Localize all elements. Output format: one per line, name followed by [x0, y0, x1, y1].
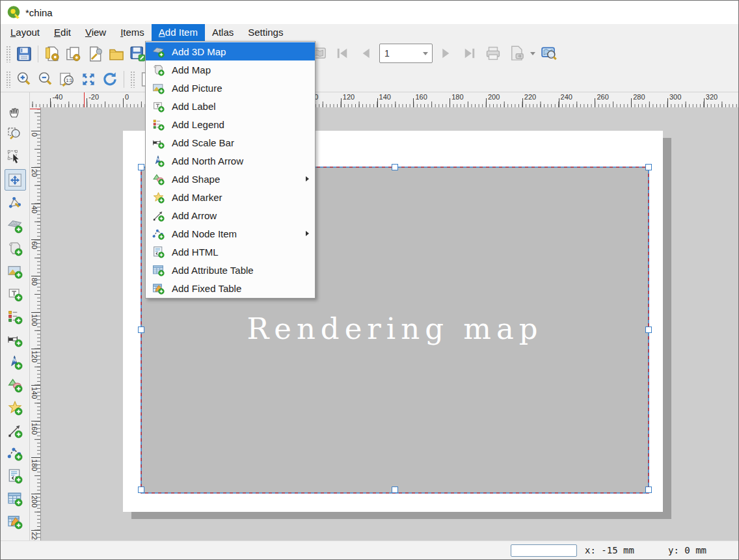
add-scale-bar-tool-button[interactable]	[5, 328, 26, 350]
add-legend-tool-button[interactable]	[5, 306, 26, 327]
refresh-view-button[interactable]	[100, 70, 120, 89]
ruler-cursor-marker-x	[84, 92, 85, 107]
menu-item-add-3d-map[interactable]: Add 3D Map	[146, 42, 315, 60]
add-map-tool-button[interactable]	[5, 237, 26, 259]
zoom-out-button[interactable]	[36, 70, 55, 89]
edit-nodes-tool-button[interactable]	[5, 192, 26, 213]
menu-item-add-html[interactable]: Add HTML	[146, 243, 315, 261]
atlas-previous-feature-button-disabled[interactable]	[356, 44, 375, 63]
svg-text:N: N	[13, 357, 16, 362]
add-shape-tool-button[interactable]	[5, 374, 26, 395]
resize-handle-middle-left[interactable]	[138, 327, 144, 333]
add-legend-icon	[152, 118, 165, 131]
menu-item-add-picture[interactable]: Add Picture	[146, 79, 315, 97]
zoom-tool-button[interactable]	[5, 124, 26, 145]
resize-handle-top-right[interactable]	[645, 164, 652, 170]
zoom-in-button[interactable]	[14, 70, 34, 89]
ruler-cursor-marker-y	[30, 109, 40, 109]
menubar: Layout Edit View Items Add Item Atlas Se…	[1, 24, 738, 41]
print-atlas-button-disabled[interactable]	[483, 44, 503, 63]
atlas-next-feature-button-disabled[interactable]	[437, 44, 456, 63]
qgis-logo-icon	[7, 5, 21, 20]
menu-layout[interactable]: Layout	[3, 24, 47, 41]
toolbar-drag-handle[interactable]	[6, 71, 10, 88]
combobox-caret-button[interactable]	[419, 52, 432, 55]
resize-handle-top-middle[interactable]	[392, 164, 398, 170]
atlas-last-feature-button-disabled[interactable]	[460, 44, 479, 63]
menu-atlas[interactable]: Atlas	[205, 24, 241, 41]
add-3d-map-tool-button[interactable]	[5, 215, 26, 236]
duplicate-layout-button[interactable]	[64, 44, 83, 64]
menu-item-add-node-item[interactable]: Add Node Item	[146, 224, 315, 243]
hruler-label: 120	[343, 93, 355, 101]
menu-items[interactable]: Items	[113, 24, 152, 41]
select-move-item-tool-button[interactable]	[5, 146, 26, 168]
resize-handle-middle-right[interactable]	[645, 327, 652, 333]
add-item-dropdown-menu: Add 3D Map Add Map Add Picture Add Label…	[145, 41, 316, 299]
add-arrow-tool-button[interactable]	[5, 420, 26, 441]
export-atlas-dropdown-caret[interactable]	[530, 52, 535, 55]
menu-item-add-attribute-table[interactable]: Add Attribute Table	[146, 261, 315, 279]
add-node-item-icon	[152, 227, 165, 240]
menu-item-add-fixed-table[interactable]: Add Fixed Table	[146, 279, 315, 297]
export-atlas-button-disabled[interactable]	[507, 44, 526, 63]
add-fixed-table-icon	[152, 282, 165, 295]
vruler-label: 60	[31, 241, 38, 249]
add-html-tool-button[interactable]	[5, 465, 26, 487]
vertical-ruler[interactable]: 020406080100120140160180200220	[30, 107, 41, 542]
horizontal-ruler[interactable]: -40-200100120140160180200220240260280300…	[30, 92, 739, 108]
add-fixed-table-tool-button[interactable]	[5, 511, 26, 532]
toolbar-separator	[124, 71, 124, 88]
add-attribute-table-tool-button[interactable]	[5, 488, 26, 509]
vruler-label: 160	[31, 423, 38, 434]
menu-add-item[interactable]: Add Item	[152, 24, 205, 41]
add-html-icon	[152, 245, 165, 258]
add-picture-tool-button[interactable]	[5, 260, 26, 282]
add-marker-tool-button[interactable]	[5, 397, 26, 418]
menu-item-add-marker[interactable]: Add Marker	[146, 188, 315, 206]
hruler-label: 0	[125, 93, 129, 101]
resize-handle-bottom-middle[interactable]	[392, 487, 398, 493]
menu-item-add-legend[interactable]: Add Legend	[146, 115, 315, 133]
menu-item-add-north-arrow[interactable]: N Add North Arrow	[146, 152, 315, 170]
add-marker-icon	[152, 191, 165, 204]
toolbar-drag-handle[interactable]	[130, 71, 135, 88]
hruler-label: -20	[88, 93, 99, 101]
zoom-full-extent-button[interactable]	[79, 70, 98, 89]
save-project-button[interactable]	[14, 44, 34, 64]
vruler-label: 80	[31, 278, 38, 286]
menu-view[interactable]: View	[78, 24, 113, 41]
menu-item-add-map[interactable]: Add Map	[146, 60, 315, 79]
resize-handle-bottom-left[interactable]	[138, 487, 144, 493]
add-label-icon	[152, 100, 165, 113]
atlas-first-feature-button-disabled[interactable]	[332, 44, 352, 63]
hruler-label: 300	[669, 93, 681, 101]
add-node-item-tool-button[interactable]	[5, 442, 26, 464]
atlas-page-value: 1	[380, 48, 419, 59]
preview-atlas-button[interactable]	[539, 44, 559, 63]
layout-properties-button[interactable]	[85, 44, 105, 64]
resize-handle-top-left[interactable]	[138, 164, 144, 170]
menu-item-add-shape[interactable]: Add Shape	[146, 170, 315, 188]
add-north-arrow-tool-button[interactable]: N	[5, 351, 26, 373]
pan-tool-button[interactable]	[5, 101, 26, 122]
new-layout-button[interactable]	[42, 44, 62, 64]
menu-item-add-arrow[interactable]: Add Arrow	[146, 206, 315, 224]
render-progress-bar	[511, 544, 577, 557]
submenu-arrow-icon	[306, 176, 309, 181]
add-scale-bar-icon	[152, 136, 165, 149]
open-layout-manager-button[interactable]	[107, 44, 126, 64]
zoom-actual-size-button[interactable]: 1:1	[57, 70, 77, 89]
move-item-content-tool-button[interactable]	[5, 169, 26, 191]
menu-edit[interactable]: Edit	[47, 24, 78, 41]
menu-item-add-scale-bar[interactable]: Add Scale Bar	[146, 133, 315, 152]
menu-item-add-label[interactable]: Add Label	[146, 97, 315, 115]
atlas-page-combobox[interactable]: 1	[379, 44, 433, 63]
add-label-tool-button[interactable]	[5, 283, 26, 304]
vruler-label: 100	[31, 314, 38, 326]
menu-settings[interactable]: Settings	[241, 24, 290, 41]
resize-handle-bottom-right[interactable]	[645, 487, 652, 493]
hruler-label: 260	[597, 93, 608, 101]
toolbar-drag-handle[interactable]	[6, 46, 10, 62]
hruler-label: 200	[488, 93, 500, 101]
